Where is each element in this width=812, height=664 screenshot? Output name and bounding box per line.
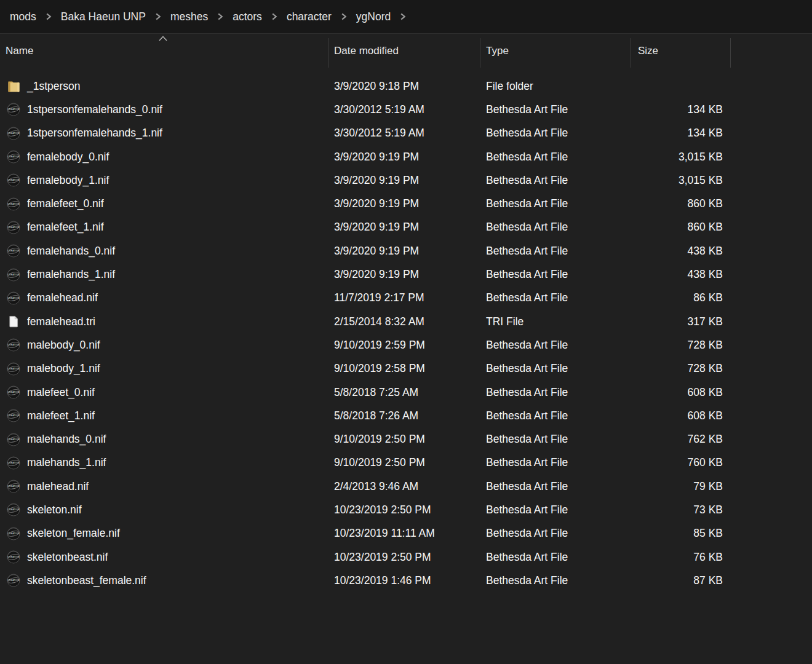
file-name: skeleton_female.nif [27,527,120,540]
column-header-date-modified[interactable]: Date modified [328,34,480,68]
svg-text:KIT: KIT [12,512,15,513]
file-row[interactable]: CREATIONKIT malehands_0.nif 9/10/2019 2:… [0,427,812,451]
file-name: malehands_0.nif [27,433,106,446]
file-row[interactable]: CREATIONKIT femalehands_1.nif 3/9/2020 9… [0,263,812,286]
file-type: Bethesda Art File [480,433,631,446]
file-type: Bethesda Art File [480,339,631,352]
file-name: femalebody_0.nif [27,151,109,164]
column-header-size[interactable]: Size [631,34,730,68]
file-type: Bethesda Art File [480,574,631,587]
file-name-cell: CREATIONKIT skeletonbeast_female.nif [0,573,328,588]
file-size: 728 KB [631,339,730,352]
breadcrumb-chevron-icon[interactable] [38,10,60,23]
svg-text:KIT: KIT [12,558,15,560]
file-type: Bethesda Art File [480,409,631,422]
file-type: Bethesda Art File [480,480,631,493]
file-type: Bethesda Art File [480,174,631,187]
breadcrumb-item[interactable]: actors [231,8,263,26]
file-name-cell: CREATIONKIT femalehead.nif [0,291,328,306]
file-name: femalehands_0.nif [27,245,115,258]
file-row[interactable]: CREATIONKIT malefeet_0.nif 5/8/2018 7:25… [0,381,812,404]
file-name: skeletonbeast.nif [27,551,108,564]
file-row[interactable]: CREATIONKIT skeleton_female.nif 10/23/20… [0,522,812,545]
file-row[interactable]: CREATIONKIT 1stpersonfemalehands_1.nif 3… [0,122,812,145]
column-header-size-label: Size [638,45,658,57]
breadcrumb-item[interactable]: mods [9,8,38,26]
breadcrumb-item[interactable]: meshes [169,8,209,26]
file-size: 762 KB [631,433,730,446]
file-row[interactable]: CREATIONKIT femalehead.nif 11/7/2019 2:1… [0,287,812,310]
file-name-cell: CREATIONKIT malehead.nif [0,479,328,494]
file-name: malehead.nif [27,480,89,493]
file-type: Bethesda Art File [480,386,631,399]
breadcrumb-item[interactable]: ygNord [355,8,392,26]
folder-icon [6,79,21,93]
file-date-modified: 10/23/2019 1:46 PM [328,574,480,587]
file-size: 608 KB [631,409,730,422]
file-date-modified: 3/9/2020 9:19 PM [328,268,480,281]
file-name: malefeet_1.nif [27,409,95,422]
file-name-cell: CREATIONKIT skeleton.nif [0,502,328,517]
column-header-type[interactable]: Type [480,34,631,68]
file-size: 3,015 KB [631,174,730,187]
creation-kit-icon: CREATIONKIT [6,362,21,376]
file-row[interactable]: CREATIONKIT malehands_1.nif 9/10/2019 2:… [0,451,812,475]
file-row[interactable]: CREATIONKIT malebody_1.nif 9/10/2019 2:5… [0,357,812,381]
creation-kit-icon: CREATIONKIT [6,526,21,541]
file-date-modified: 3/9/2020 9:19 PM [328,151,480,164]
file-row[interactable]: CREATIONKIT malehead.nif 2/4/2013 9:46 A… [0,475,812,498]
breadcrumb-chevron-icon[interactable] [392,10,414,23]
breadcrumb-item[interactable]: Baka Haeun UNP [60,8,147,26]
breadcrumb-chevron-icon[interactable] [147,10,169,23]
file-size: 73 KB [631,504,730,516]
file-row[interactable]: CREATIONKIT femalefeet_1.nif 3/9/2020 9:… [0,216,812,239]
file-type: Bethesda Art File [480,362,631,375]
file-row[interactable]: CREATIONKIT malefeet_1.nif 5/8/2018 7:26… [0,404,812,427]
file-row[interactable]: CREATIONKIT skeletonbeast_female.nif 10/… [0,569,812,592]
file-row[interactable]: CREATIONKIT femalebody_0.nif 3/9/2020 9:… [0,145,812,168]
file-name-cell: CREATIONKIT femalefeet_0.nif [0,197,328,211]
file-row[interactable]: CREATIONKIT malebody_0.nif 9/10/2019 2:5… [0,333,812,357]
svg-text:KIT: KIT [12,135,15,136]
file-name: 1stpersonfemalehands_0.nif [27,103,162,116]
file-name: 1stpersonfemalehands_1.nif [27,127,162,140]
file-row[interactable]: CREATIONKIT femalefeet_0.nif 3/9/2020 9:… [0,192,812,215]
svg-text:KIT: KIT [12,464,15,466]
breadcrumb-chevron-icon[interactable] [333,10,355,23]
file-name-cell: CREATIONKIT femalehands_0.nif [0,243,328,258]
file-name: skeletonbeast_female.nif [27,574,146,587]
file-row[interactable]: CREATIONKIT skeleton.nif 10/23/2019 2:50… [0,498,812,521]
file-size: 79 KB [631,480,730,493]
column-header-date-modified-label: Date modified [334,45,399,57]
file-date-modified: 5/8/2018 7:25 AM [328,386,480,399]
creation-kit-icon: CREATIONKIT [6,385,21,400]
column-header-filler [730,34,812,68]
svg-text:KIT: KIT [12,535,15,537]
breadcrumb: modsBaka Haeun UNPmeshesactorscharactery… [0,0,812,34]
file-row[interactable]: femalehead.tri 2/15/2014 8:32 AM TRI Fil… [0,310,812,333]
creation-kit-icon: CREATIONKIT [6,220,21,235]
file-date-modified: 10/23/2019 11:11 AM [328,527,480,540]
file-type: Bethesda Art File [480,197,631,210]
file-size: 3,015 KB [631,151,730,164]
file-row[interactable]: CREATIONKIT femalehands_0.nif 3/9/2020 9… [0,239,812,263]
file-row[interactable]: CREATIONKIT 1stpersonfemalehands_0.nif 3… [0,98,812,121]
file-row[interactable]: CREATIONKIT femalebody_1.nif 3/9/2020 9:… [0,168,812,192]
file-type: Bethesda Art File [480,456,631,469]
column-headers: Name Date modified Type Size [0,34,812,68]
breadcrumb-item[interactable]: character [285,8,333,26]
file-date-modified: 3/30/2012 5:19 AM [328,127,480,140]
column-header-type-label: Type [486,45,509,57]
breadcrumb-chevron-icon[interactable] [263,10,285,23]
file-size: 86 KB [631,291,730,304]
file-date-modified: 9/10/2019 2:59 PM [328,339,480,352]
breadcrumb-chevron-icon[interactable] [209,10,231,23]
file-date-modified: 3/9/2020 9:19 PM [328,174,480,187]
svg-text:KIT: KIT [12,417,15,419]
file-row[interactable]: _1stperson 3/9/2020 9:18 PM File folder [0,74,812,98]
file-name-cell: CREATIONKIT malebody_0.nif [0,338,328,352]
file-type: Bethesda Art File [480,127,631,140]
file-size: 860 KB [631,221,730,234]
file-row[interactable]: CREATIONKIT skeletonbeast.nif 10/23/2019… [0,545,812,569]
file-name-cell: CREATIONKIT skeletonbeast.nif [0,550,328,564]
